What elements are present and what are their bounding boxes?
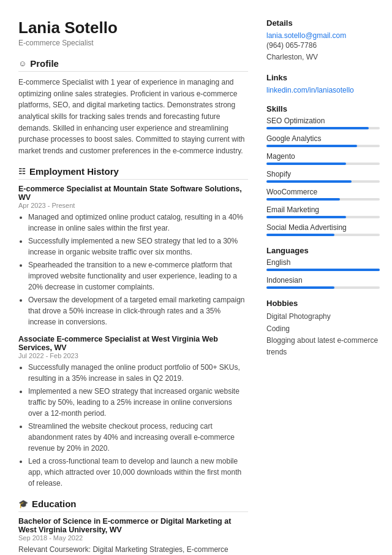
left-column: Lania Sotello E-commerce Specialist ☺ Pr… bbox=[18, 18, 248, 555]
skill-item: SEO Optimization bbox=[266, 117, 380, 129]
details-section: Details lania.sotello@gmail.com (964) 06… bbox=[266, 18, 380, 63]
skill-name: Shopify bbox=[266, 170, 380, 178]
skill-bar-bg bbox=[266, 198, 380, 201]
skill-name: Email Marketing bbox=[266, 205, 380, 214]
skill-bar-fill bbox=[266, 127, 369, 129]
right-column: Details lania.sotello@gmail.com (964) 06… bbox=[266, 18, 380, 555]
links-section: Links linkedin.com/in/laniasotello bbox=[266, 73, 380, 94]
profile-section-title: ☺ Profile bbox=[18, 58, 248, 72]
job-bullet: Streamlined the website checkout process… bbox=[28, 421, 248, 454]
job-item: E-commerce Specialist at Mountain State … bbox=[18, 185, 248, 327]
job-item: Associate E-commerce Specialist at West … bbox=[18, 335, 248, 489]
phone: (964) 065-7786 bbox=[266, 41, 317, 50]
job-bullet: Managed and optimized online product cat… bbox=[28, 212, 248, 234]
language-name: English bbox=[266, 258, 380, 267]
hobbies-list: Digital PhotographyCodingBlogging about … bbox=[266, 311, 380, 358]
skill-name: Google Analytics bbox=[266, 134, 380, 143]
skill-bar-fill bbox=[266, 216, 346, 218]
language-bar-fill bbox=[266, 269, 380, 271]
edu-dates: Sep 2018 - May 2022 bbox=[18, 534, 248, 542]
profile-icon: ☺ bbox=[18, 59, 26, 68]
skills-list: SEO OptimizationGoogle AnalyticsMagentoS… bbox=[266, 117, 380, 236]
skill-bar-bg bbox=[266, 234, 380, 236]
hobby-item: Digital Photography bbox=[266, 311, 380, 323]
languages-list: EnglishIndonesian bbox=[266, 258, 380, 289]
edu-title: Bachelor of Science in E-commerce or Dig… bbox=[18, 517, 248, 534]
skill-bar-bg bbox=[266, 163, 380, 165]
candidate-title: E-commerce Specialist bbox=[18, 39, 248, 47]
employment-section: ☷ Employment History E-commerce Speciali… bbox=[18, 166, 248, 489]
job-bullet: Spearheaded the transition to a new e-co… bbox=[28, 259, 248, 293]
job-title: E-commerce Specialist at Mountain State … bbox=[18, 185, 248, 202]
skill-bar-bg bbox=[266, 145, 380, 147]
location: Charleston, WV bbox=[266, 53, 318, 61]
education-icon: 🎓 bbox=[18, 499, 28, 508]
skill-bar-fill bbox=[266, 163, 346, 165]
skill-name: WooCommerce bbox=[266, 188, 380, 196]
skill-bar-bg bbox=[266, 216, 380, 218]
hobby-item: Blogging about latest e-commerce trends bbox=[266, 335, 380, 358]
skills-section: Skills SEO OptimizationGoogle AnalyticsM… bbox=[266, 104, 380, 236]
skill-item: Shopify bbox=[266, 170, 380, 183]
hobbies-section-title: Hobbies bbox=[266, 299, 380, 308]
linkedin-link[interactable]: linkedin.com/in/laniasotello bbox=[266, 86, 354, 94]
skill-item: Google Analytics bbox=[266, 134, 380, 147]
languages-section: Languages EnglishIndonesian bbox=[266, 246, 380, 289]
job-bullets: Successfully managed the online product … bbox=[18, 362, 248, 489]
languages-section-title: Languages bbox=[266, 246, 380, 255]
skill-bar-fill bbox=[266, 145, 357, 147]
language-bar-fill bbox=[266, 286, 334, 289]
language-item: English bbox=[266, 258, 380, 271]
language-item: Indonesian bbox=[266, 276, 380, 289]
skill-name: Social Media Advertising bbox=[266, 223, 380, 232]
job-bullet: Successfully implemented a new SEO strat… bbox=[28, 235, 248, 258]
skills-section-title: Skills bbox=[266, 104, 380, 113]
hobbies-section: Hobbies Digital PhotographyCodingBloggin… bbox=[266, 299, 380, 358]
skill-bar-fill bbox=[266, 198, 340, 201]
job-bullet: Oversaw the development of a targeted em… bbox=[28, 294, 248, 327]
skill-bar-bg bbox=[266, 180, 380, 183]
skill-name: SEO Optimization bbox=[266, 117, 380, 125]
details-section-title: Details bbox=[266, 18, 380, 28]
profile-text: E-commerce Specialist with 1 year of exp… bbox=[18, 77, 248, 156]
skill-bar-fill bbox=[266, 180, 352, 183]
language-name: Indonesian bbox=[266, 276, 380, 285]
job-bullet: Successfully managed the online product … bbox=[28, 362, 248, 384]
skill-item: WooCommerce bbox=[266, 188, 380, 201]
employment-icon: ☷ bbox=[18, 167, 26, 176]
employment-section-title: ☷ Employment History bbox=[18, 166, 248, 180]
job-bullet: Implemented a new SEO strategy that incr… bbox=[28, 386, 248, 419]
education-section: 🎓 Education Bachelor of Science in E-com… bbox=[18, 499, 248, 555]
job-bullet: Led a cross-functional team to develop a… bbox=[28, 456, 248, 489]
language-bar-bg bbox=[266, 269, 380, 271]
edu-text: Relevant Coursework: Digital Marketing S… bbox=[18, 544, 248, 555]
skill-item: Social Media Advertising bbox=[266, 223, 380, 236]
skill-name: Magento bbox=[266, 152, 380, 161]
profile-section: ☺ Profile E-commerce Specialist with 1 y… bbox=[18, 58, 248, 156]
candidate-name: Lania Sotello bbox=[18, 18, 248, 37]
skill-item: Email Marketing bbox=[266, 205, 380, 218]
email-link[interactable]: lania.sotello@gmail.com bbox=[266, 31, 346, 40]
hobby-item: Coding bbox=[266, 323, 380, 335]
job-dates: Apr 2023 - Present bbox=[18, 202, 248, 209]
education-list: Bachelor of Science in E-commerce or Dig… bbox=[18, 517, 248, 555]
job-dates: Jul 2022 - Feb 2023 bbox=[18, 352, 248, 359]
skill-bar-fill bbox=[266, 234, 334, 236]
links-section-title: Links bbox=[266, 73, 380, 82]
jobs-list: E-commerce Specialist at Mountain State … bbox=[18, 185, 248, 489]
language-bar-bg bbox=[266, 286, 380, 289]
resume-header: Lania Sotello E-commerce Specialist bbox=[18, 18, 248, 47]
skill-bar-bg bbox=[266, 127, 380, 129]
edu-item: Bachelor of Science in E-commerce or Dig… bbox=[18, 517, 248, 555]
job-title: Associate E-commerce Specialist at West … bbox=[18, 335, 248, 352]
skill-item: Magento bbox=[266, 152, 380, 165]
job-bullets: Managed and optimized online product cat… bbox=[18, 212, 248, 327]
education-section-title: 🎓 Education bbox=[18, 499, 248, 512]
